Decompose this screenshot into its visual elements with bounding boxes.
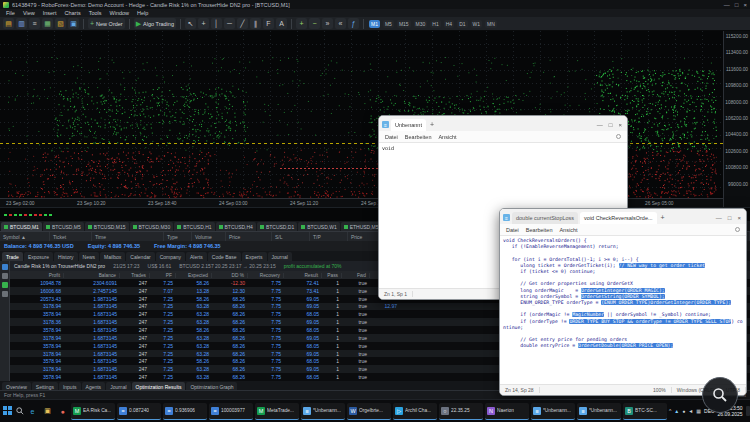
cursor-tool-button[interactable]: ↖ bbox=[185, 18, 196, 29]
minimize-button[interactable]: — bbox=[597, 122, 603, 128]
toolbox-column-header[interactable]: Volume bbox=[192, 232, 226, 241]
indicators-button[interactable]: ƒ bbox=[348, 18, 359, 29]
new-chart-button[interactable]: ▤ bbox=[3, 18, 14, 29]
toolbox-tab-news[interactable]: News bbox=[79, 252, 100, 261]
menu-tools[interactable]: Tools bbox=[89, 10, 102, 16]
taskbar-window-notepad3[interactable]: ≡*Unbenann... bbox=[577, 403, 621, 420]
toolbox-column-header[interactable]: Type bbox=[164, 232, 192, 241]
tester-column-header[interactable]: DD % bbox=[212, 273, 248, 278]
start-button[interactable] bbox=[3, 406, 13, 416]
tester-settings-icon[interactable] bbox=[2, 273, 8, 279]
notepad-menu-ansicht[interactable]: Ansicht bbox=[559, 227, 577, 233]
toolbox-tab-mailbox[interactable]: Mailbox bbox=[100, 252, 125, 261]
taskbar-window-btc[interactable]: BBTC-SC... bbox=[623, 403, 667, 420]
toolbox-tab-journal[interactable]: Journal bbox=[268, 252, 292, 261]
chart-tab[interactable]: BTCUSD,M1 bbox=[1, 222, 42, 231]
taskbar-window-metatrader[interactable]: MMetaTrade... bbox=[255, 403, 299, 420]
menu-charts[interactable]: Charts bbox=[64, 10, 80, 16]
taskbar-chrome-icon[interactable]: ● bbox=[56, 403, 69, 420]
magnifier-overlay-icon[interactable] bbox=[702, 377, 738, 413]
horizontal-line-tool-button[interactable]: ─ bbox=[224, 18, 235, 29]
new-order-button[interactable]: +New Order bbox=[88, 18, 125, 29]
menu-help[interactable]: Help bbox=[137, 10, 148, 16]
toolbox-tab-exposure[interactable]: Exposure bbox=[24, 252, 53, 261]
taskbar-explorer-icon[interactable]: ▣ bbox=[41, 403, 54, 420]
taskbar-window-calc3[interactable]: =100003977 bbox=[209, 403, 253, 420]
menu-window[interactable]: Window bbox=[110, 10, 130, 16]
timeframe-button-h1[interactable]: H1 bbox=[430, 20, 440, 28]
tray-network-icon[interactable]: ▦ bbox=[696, 409, 701, 414]
taskbar-window-notepad1[interactable]: ≡*Unbenann... bbox=[301, 403, 345, 420]
toolbox-column-header[interactable]: S/L bbox=[272, 232, 310, 241]
timeframe-button-m15[interactable]: M15 bbox=[397, 20, 411, 28]
toolbox-column-header[interactable]: Ticket bbox=[50, 232, 92, 241]
close-button[interactable]: × bbox=[743, 2, 747, 8]
tester-column-header[interactable]: Trades bbox=[120, 273, 150, 278]
zoom-in-button[interactable]: + bbox=[296, 18, 307, 29]
timeframe-button-w1[interactable]: W1 bbox=[471, 20, 483, 28]
menu-file[interactable]: File bbox=[6, 10, 15, 16]
toolbox-tab-code-base[interactable]: Code Base bbox=[208, 252, 241, 261]
tester-column-header[interactable]: Result bbox=[284, 273, 322, 278]
toolbox-tab-alerts[interactable]: Alerts bbox=[186, 252, 207, 261]
timeframe-button-m5[interactable]: M5 bbox=[383, 20, 394, 28]
profiles-button[interactable]: ▥ bbox=[16, 18, 27, 29]
close-button[interactable]: × bbox=[737, 215, 741, 221]
timeframe-button-m30[interactable]: M30 bbox=[414, 20, 428, 28]
taskbar-window-word[interactable]: WOrgelbrte... bbox=[347, 403, 391, 420]
tester-column-header[interactable]: PF bbox=[150, 273, 176, 278]
tester-stop-icon[interactable] bbox=[2, 291, 8, 297]
close-button[interactable]: × bbox=[618, 122, 622, 128]
notepad-code-area[interactable]: void CheckReversalsOrders() { if (!Enabl… bbox=[500, 236, 746, 352]
action-center-button[interactable] bbox=[746, 406, 750, 416]
new-tab-button[interactable]: + bbox=[659, 214, 667, 221]
maximize-button[interactable]: □ bbox=[609, 122, 613, 128]
tray-cloud-icon[interactable]: ● bbox=[682, 409, 685, 414]
notepad-menu-bearbeiten[interactable]: Bearbeiten bbox=[526, 227, 553, 233]
toolbox-column-header[interactable]: T/P bbox=[310, 232, 348, 241]
toolbox-column-header[interactable]: Price bbox=[226, 232, 272, 241]
maximize-button[interactable]: □ bbox=[735, 2, 739, 8]
taskbar-window-clock[interactable]: ○22.35.25 bbox=[439, 403, 483, 420]
taskbar-window-notepad2[interactable]: ≡*Unbenann... bbox=[531, 403, 575, 420]
taskbar-window-calc1[interactable]: =0.087240 bbox=[117, 403, 161, 420]
settings-gear-icon[interactable] bbox=[616, 134, 621, 139]
toolbox-column-header[interactable]: Symbol ▲ bbox=[0, 232, 50, 241]
data-window-button[interactable]: ▦ bbox=[42, 18, 53, 29]
tester-column-header[interactable]: Expected bbox=[176, 273, 212, 278]
auto-scroll-button[interactable]: » bbox=[322, 18, 333, 29]
tester-chart-icon[interactable] bbox=[2, 264, 8, 270]
chart-tab[interactable]: ETHUSD,M5 bbox=[341, 222, 382, 231]
chart-tab[interactable]: BTCUSD,W1 bbox=[298, 222, 339, 231]
crosshair-tool-button[interactable]: + bbox=[198, 18, 209, 29]
notepad-menu-bearbeiten[interactable]: Bearbeiten bbox=[405, 134, 432, 140]
new-tab-button[interactable]: + bbox=[428, 121, 436, 128]
text-tool-button[interactable]: A bbox=[276, 18, 287, 29]
toolbox-tab-trade[interactable]: Trade bbox=[2, 252, 23, 261]
notepad-menu-ansicht[interactable]: Ansicht bbox=[438, 134, 456, 140]
timeframe-button-h4[interactable]: H4 bbox=[444, 20, 454, 28]
tester-column-header[interactable]: Fwd bbox=[342, 273, 370, 278]
chart-shift-button[interactable]: « bbox=[335, 18, 346, 29]
navigator-button[interactable]: ▧ bbox=[55, 18, 66, 29]
chart-tab[interactable]: BTCUSD,M30 bbox=[130, 222, 174, 231]
zoom-out-button[interactable]: − bbox=[309, 18, 320, 29]
search-icon[interactable] bbox=[15, 407, 24, 416]
timeframe-button-m1[interactable]: M1 bbox=[369, 20, 380, 28]
notepad-menu-datei[interactable]: Datei bbox=[385, 134, 398, 140]
chart-tab[interactable]: BTCUSD,M15 bbox=[85, 222, 129, 231]
trendline-tool-button[interactable]: ╱ bbox=[237, 18, 248, 29]
timeframe-button-d1[interactable]: D1 bbox=[457, 20, 467, 28]
fibonacci-tool-button[interactable]: F bbox=[263, 18, 274, 29]
tester-play-icon[interactable] bbox=[2, 282, 8, 288]
tester-column-header[interactable]: Profit bbox=[10, 273, 64, 278]
notepad-tab[interactable]: double currentStopLoss bbox=[512, 212, 578, 224]
toolbox-column-header[interactable]: Time bbox=[92, 232, 164, 241]
taskbar-window-telegram[interactable]: ▷Archil Cha... bbox=[393, 403, 437, 420]
maximize-button[interactable]: □ bbox=[728, 215, 732, 221]
taskbar-window-calc2[interactable]: =0.936906 bbox=[163, 403, 207, 420]
toolbox-tab-history[interactable]: History bbox=[54, 252, 78, 261]
chart-tab[interactable]: BTCUSD,H1 bbox=[174, 222, 214, 231]
toolbox-button[interactable]: ▣ bbox=[68, 18, 79, 29]
taskbar-edge-icon[interactable]: e bbox=[26, 403, 39, 420]
